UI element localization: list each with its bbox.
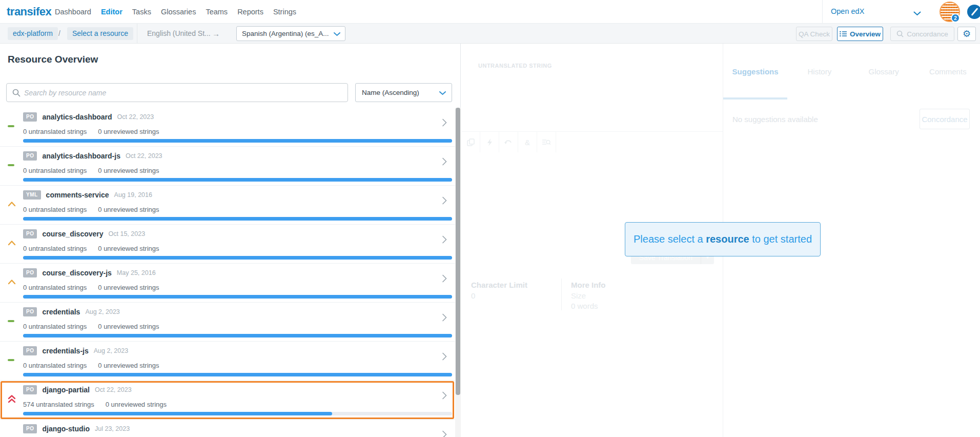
panel-title: Resource Overview [8, 54, 98, 65]
nav-item-editor[interactable]: Editor [101, 8, 122, 16]
progress-bar [23, 217, 452, 221]
help-compass-icon[interactable] [967, 5, 980, 19]
chevron-right-icon [442, 352, 447, 363]
resource-row[interactable]: PO course_discovery Oct 15, 2023 0 untra… [0, 225, 455, 264]
resource-row[interactable]: PO django-studio Jul 23, 2023 [0, 420, 455, 437]
resource-name: credentials-js [42, 347, 88, 355]
nav-item-glossaries[interactable]: Glossaries [161, 8, 196, 16]
resource-date: Oct 15, 2023 [109, 230, 146, 237]
chevron-right-icon [442, 235, 447, 246]
resource-date: Oct 22, 2023 [117, 113, 154, 121]
format-badge: PO [23, 112, 37, 122]
target-language-select[interactable]: Spanish (Argentina) (es_A... [236, 26, 345, 41]
tab-history[interactable]: History [787, 44, 851, 100]
status-icon [8, 394, 17, 404]
status-icon [8, 239, 17, 248]
search-strings-icon [537, 132, 556, 152]
toolbar-divider [137, 24, 137, 43]
resource-row-stats: 0 untranslated strings 0 unreviewed stri… [23, 206, 159, 213]
tab-suggestions[interactable]: Suggestions [723, 44, 787, 100]
resource-row[interactable]: PO credentials-js Aug 2, 2023 0 untransl… [0, 342, 455, 381]
org-selector[interactable]: Open edX [831, 0, 864, 23]
concordance-button[interactable]: Concordance [890, 27, 954, 41]
nav-item-dashboard[interactable]: Dashboard [55, 8, 91, 16]
unreviewed-count: 0 unreviewed strings [98, 167, 159, 174]
breadcrumb-project[interactable]: edx-platform [8, 27, 58, 40]
status-icon [8, 355, 17, 365]
tab-glossary[interactable]: Glossary [852, 44, 916, 100]
callout-text: to get started [749, 233, 812, 245]
progress-bar-fill [23, 334, 452, 337]
info-divider [561, 279, 562, 310]
progress-bar [23, 334, 452, 337]
chevron-right-icon [442, 118, 447, 129]
nav-item-strings[interactable]: Strings [273, 8, 296, 16]
unreviewed-count: 0 unreviewed strings [98, 128, 159, 135]
sort-select[interactable]: Name (Ascending) [355, 83, 452, 102]
progress-bar [23, 256, 452, 260]
target-language-value: Spanish (Argentina) (es_A... [242, 30, 329, 37]
scrollbar-thumb[interactable] [456, 108, 460, 395]
progress-bar-fill [23, 178, 452, 182]
resource-date: May 25, 2016 [117, 269, 156, 276]
resource-row[interactable]: PO analytics-dashboard Oct 22, 2023 0 un… [0, 108, 455, 147]
resource-name: credentials [42, 308, 80, 316]
transifex-editor-app: transifex DashboardEditorTasksGlossaries… [0, 0, 980, 437]
scrollbar-track[interactable] [455, 108, 461, 437]
resource-row-header: PO analytics-dashboard-js Oct 22, 2023 [23, 151, 162, 161]
resource-search [6, 83, 348, 102]
chevron-right-icon [442, 274, 447, 285]
chevron-down-icon[interactable] [913, 9, 921, 18]
progress-bar [23, 412, 452, 415]
untranslated-count: 0 untranslated strings [23, 362, 87, 369]
qa-check-button[interactable]: QA Check [796, 27, 832, 41]
transifex-logo[interactable]: transifex [7, 0, 51, 23]
gear-icon: ⚙ [963, 28, 971, 39]
character-limit-value: 0 [471, 291, 475, 300]
untranslated-count: 0 untranslated strings [23, 206, 87, 213]
search-icon [12, 89, 21, 97]
concordance-side-button[interactable]: Concordance [920, 109, 970, 129]
chevron-right-icon [442, 196, 447, 207]
overview-button[interactable]: Overview [837, 27, 883, 41]
resource-list: PO analytics-dashboard Oct 22, 2023 0 un… [0, 108, 455, 437]
progress-bar-fill [23, 217, 452, 221]
tab-comments[interactable]: Comments [916, 44, 980, 100]
resource-row-stats: 0 untranslated strings 0 unreviewed stri… [23, 245, 159, 252]
resource-date: Oct 22, 2023 [126, 152, 162, 160]
notification-badge[interactable]: 2 [951, 13, 960, 23]
resource-row-header: PO django-studio Jul 23, 2023 [23, 424, 130, 433]
more-info-label: More Info [571, 281, 606, 289]
suggestions-tabs: SuggestionsHistoryGlossaryComments [723, 44, 980, 100]
language-arrow: → [212, 24, 220, 44]
machine-translation-icon [480, 132, 499, 152]
chevron-right-icon [442, 430, 447, 437]
undo-icon [499, 132, 518, 152]
resource-date: Aug 19, 2016 [114, 191, 152, 198]
search-input[interactable] [24, 84, 342, 101]
resource-row[interactable]: PO django-partial Oct 22, 2023 574 untra… [0, 381, 455, 420]
resource-date: Oct 22, 2023 [95, 386, 132, 393]
resource-date: Aug 2, 2023 [85, 308, 119, 315]
chevron-right-icon [442, 391, 447, 402]
resource-row-header: YML comments-service Aug 19, 2016 [23, 190, 152, 200]
status-icon [8, 277, 17, 287]
resource-name: analytics-dashboard [42, 113, 112, 121]
format-badge: PO [23, 385, 37, 394]
select-resource-callout: Please select a resource to get started [625, 222, 821, 256]
resource-row[interactable]: PO course_discovery-js May 25, 2016 0 un… [0, 264, 455, 303]
breadcrumb-select-resource[interactable]: Select a resource [67, 27, 133, 40]
no-suggestions-message: No suggestions available [732, 115, 818, 124]
nav-item-reports[interactable]: Reports [237, 8, 263, 16]
status-icon [8, 200, 17, 209]
resource-row[interactable]: YML comments-service Aug 19, 2016 0 untr… [0, 186, 455, 225]
breadcrumb-separator: / [58, 24, 60, 44]
nav-item-tasks[interactable]: Tasks [132, 8, 151, 16]
resource-row[interactable]: PO credentials Aug 2, 2023 0 untranslate… [0, 303, 455, 342]
resource-row-stats: 0 untranslated strings 0 unreviewed stri… [23, 284, 159, 291]
resource-row[interactable]: PO analytics-dashboard-js Oct 22, 2023 0… [0, 147, 455, 186]
status-icon [8, 122, 17, 131]
untranslated-count: 574 untranslated strings [23, 401, 94, 408]
nav-item-teams[interactable]: Teams [206, 8, 228, 16]
settings-button[interactable]: ⚙ [957, 27, 976, 41]
